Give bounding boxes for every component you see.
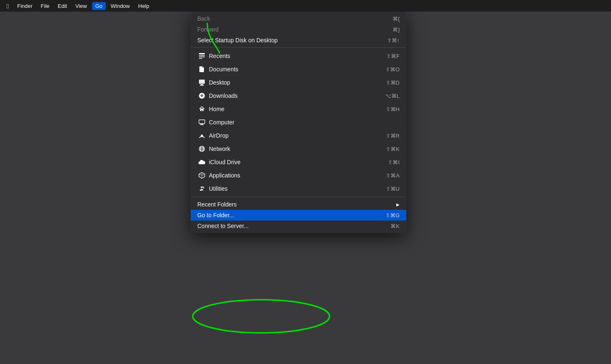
menubar:  Finder File Edit View Go Window Help — [0, 0, 611, 12]
menubar-window[interactable]: Window — [107, 2, 133, 10]
menu-item-back[interactable]: Back ⌘[ — [191, 13, 406, 24]
menu-item-home[interactable]: Home ⇧⌘H — [191, 102, 406, 116]
svg-rect-4 — [199, 80, 205, 84]
menu-item-computer[interactable]: Computer — [191, 116, 406, 129]
recents-icon — [197, 51, 206, 61]
menu-item-desktop[interactable]: Desktop ⇧⌘D — [191, 76, 406, 89]
svg-rect-5 — [201, 84, 203, 85]
airdrop-icon — [197, 131, 206, 140]
svg-rect-0 — [199, 53, 205, 54]
downloads-icon — [197, 91, 206, 100]
menu-item-downloads[interactable]: Downloads ⌥⌘L — [191, 89, 406, 102]
menu-item-documents[interactable]: Documents ⇧⌘O — [191, 63, 406, 76]
menu-section-places: Recents ⇧⌘F Documents ⇧⌘O — [191, 47, 406, 197]
menubar-go[interactable]: Go — [92, 2, 106, 10]
go-menu: Back ⌘[ Forward ⌘] Select Startup Disk o… — [191, 12, 406, 233]
svg-rect-3 — [199, 58, 202, 59]
applications-icon — [197, 171, 206, 180]
menu-item-recent-folders[interactable]: Recent Folders ▶ — [191, 199, 406, 210]
menu-item-connect-to-server[interactable]: Connect to Server... ⌘K — [191, 221, 406, 231]
computer-icon — [197, 118, 206, 127]
menu-item-utilities[interactable]: Utilities ⇧⌘U — [191, 182, 406, 195]
menubar-view[interactable]: View — [72, 2, 90, 10]
annotation-circle — [191, 298, 332, 335]
menu-item-go-to-folder[interactable]: Go to Folder... ⇧⌘G — [191, 210, 406, 221]
svg-rect-9 — [201, 124, 203, 125]
icloud-icon — [197, 158, 206, 167]
menu-item-network[interactable]: Network ⇧⌘K — [191, 142, 406, 155]
menu-item-startup-disk[interactable]: Select Startup Disk on Desktop ⇧⌘↑ — [191, 35, 406, 46]
network-icon — [197, 144, 206, 153]
menubar-edit[interactable]: Edit — [54, 2, 70, 10]
utilities-icon — [197, 184, 206, 193]
svg-rect-2 — [199, 57, 205, 58]
apple-menu[interactable]:  — [3, 2, 12, 10]
svg-rect-8 — [199, 120, 205, 124]
svg-rect-10 — [200, 125, 204, 125]
home-icon — [197, 104, 206, 114]
menubar-file[interactable]: File — [37, 2, 53, 10]
svg-point-17 — [200, 189, 201, 191]
svg-point-18 — [193, 300, 330, 333]
svg-rect-1 — [199, 55, 205, 56]
menu-item-forward[interactable]: Forward ⌘] — [191, 24, 406, 35]
menu-section-more: Recent Folders ▶ Go to Folder... ⇧⌘G Con… — [191, 197, 406, 233]
desktop: Back ⌘[ Forward ⌘] Select Startup Disk o… — [0, 12, 611, 364]
menu-item-icloud-drive[interactable]: iCloud Drive ⇧⌘I — [191, 155, 406, 169]
submenu-arrow: ▶ — [396, 202, 400, 207]
menu-item-applications[interactable]: Applications ⇧⌘A — [191, 169, 406, 182]
menu-item-airdrop[interactable]: AirDrop ⇧⌘R — [191, 129, 406, 142]
svg-rect-6 — [200, 85, 204, 86]
menubar-finder[interactable]: Finder — [14, 2, 36, 10]
menubar-help[interactable]: Help — [135, 2, 153, 10]
desktop-icon — [197, 78, 206, 87]
menu-item-recents[interactable]: Recents ⇧⌘F — [191, 49, 406, 63]
menu-section-navigation: Back ⌘[ Forward ⌘] Select Startup Disk o… — [191, 12, 406, 47]
documents-icon — [197, 65, 206, 74]
